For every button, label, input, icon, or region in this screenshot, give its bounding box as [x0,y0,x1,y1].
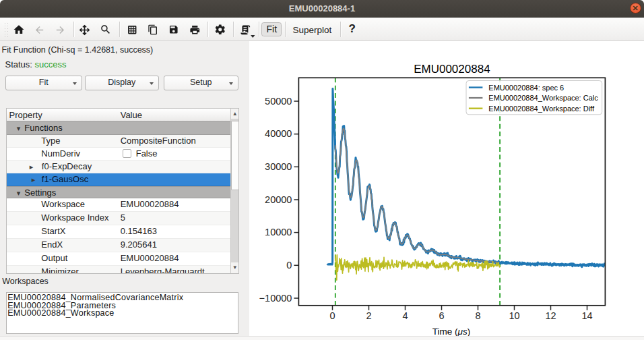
svg-text:0: 0 [329,310,335,321]
svg-text:30000: 30000 [265,161,292,172]
svg-text:2: 2 [366,310,371,321]
svg-text:50000: 50000 [265,96,292,107]
svg-text:10: 10 [509,310,519,321]
svg-text:0: 0 [286,260,292,271]
svg-text:6: 6 [439,310,444,321]
svg-text:Time (μs): Time (μs) [432,327,470,337]
svg-text:EMU00020884: EMU00020884 [414,63,490,76]
svg-text:EMU00020884_Workspace: Calc: EMU00020884_Workspace: Calc [488,94,598,102]
svg-text:10000: 10000 [265,227,292,237]
svg-text:14: 14 [581,310,592,321]
svg-text:40000: 40000 [265,128,292,139]
svg-text:4: 4 [402,310,408,321]
svg-text:−10000: −10000 [259,293,292,304]
svg-text:12: 12 [545,310,556,321]
svg-text:20000: 20000 [265,194,292,205]
svg-text:8: 8 [475,310,480,321]
svg-text:EMU00020884: spec 6: EMU00020884: spec 6 [488,84,564,92]
svg-text:EMU00020884_Workspace: Diff: EMU00020884_Workspace: Diff [488,105,595,113]
